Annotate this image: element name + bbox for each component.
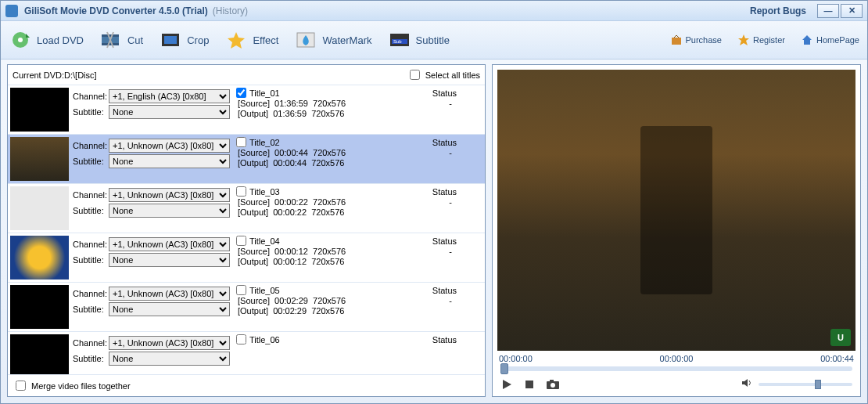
output-info: [Output] 00:02:29 720x576: [238, 306, 480, 316]
subtitle-select[interactable]: None: [109, 204, 230, 218]
channel-select[interactable]: +1, Unknown (AC3) [0x80]: [109, 188, 230, 202]
title-name: Title_03: [249, 187, 280, 197]
subtitle-label: Subtitle:: [73, 206, 109, 215]
title-checkbox[interactable]: [236, 236, 246, 246]
title-row[interactable]: Channel:+1, Unknown (AC3) [0x80]Subtitle…: [8, 184, 485, 233]
merge-checkbox[interactable]: [16, 381, 26, 391]
toolbar: Load DVD Cut Crop Effect WaterMark Sub S…: [1, 20, 867, 60]
svg-point-1: [18, 38, 23, 42]
title-list[interactable]: Channel:+1, English (AC3) [0x80]Subtitle…: [8, 85, 485, 375]
subtitle-select[interactable]: None: [109, 105, 230, 119]
title-checkbox[interactable]: [236, 334, 246, 344]
status-header: Status: [432, 286, 480, 295]
watermark-icon: [294, 30, 317, 50]
preview-video[interactable]: U: [497, 70, 855, 351]
list-header: Current DVD:D:\[Disc] Select all titles: [8, 65, 485, 85]
play-button[interactable]: [500, 378, 513, 391]
title-row[interactable]: Channel:+1, Unknown (AC3) [0x80]Subtitle…: [8, 283, 485, 332]
watermark-button[interactable]: WaterMark: [294, 30, 371, 50]
status-value: -: [449, 99, 480, 108]
svg-rect-14: [550, 380, 554, 382]
title-checkbox[interactable]: [236, 137, 246, 147]
svg-rect-11: [525, 381, 533, 388]
time-end: 00:00:44: [820, 354, 854, 363]
title-row[interactable]: Channel:+1, English (AC3) [0x80]Subtitle…: [8, 85, 485, 135]
title-settings: Channel:+1, Unknown (AC3) [0x80]Subtitle…: [71, 184, 231, 233]
title-info: Title_05Status[Source] 00:02:29 720x576-…: [231, 283, 485, 331]
rating-logo-icon: U: [830, 329, 851, 346]
title-settings: Channel:+1, Unknown (AC3) [0x80]Subtitle…: [71, 233, 231, 282]
status-value: -: [449, 296, 480, 305]
select-all-checkbox[interactable]: [410, 70, 420, 80]
volume-slider[interactable]: [759, 383, 852, 386]
select-all-titles[interactable]: Select all titles: [407, 67, 480, 82]
status-value: -: [449, 247, 480, 256]
svg-text:Sub: Sub: [393, 39, 402, 44]
effect-icon: [224, 30, 248, 50]
title-checkbox[interactable]: [236, 88, 246, 98]
subtitle-button[interactable]: Sub Subtitle: [388, 30, 450, 50]
channel-label: Channel:: [73, 338, 109, 348]
status-header: Status: [432, 138, 480, 147]
title-row[interactable]: Channel:+1, Unknown (AC3) [0x80]Subtitle…: [8, 332, 485, 375]
title-name: Title_01: [249, 88, 280, 98]
seek-slider[interactable]: [500, 366, 852, 371]
subtitle-icon: Sub: [388, 30, 411, 50]
channel-label: Channel:: [73, 240, 109, 249]
preview-panel: U 00:00:00 00:00:00 00:00:44: [492, 64, 861, 397]
source-info: [Source] 00:02:29 720x576: [238, 296, 346, 305]
title-info: Title_01Status[Source] 01:36:59 720x576-…: [231, 85, 485, 134]
close-button[interactable]: ✕: [841, 4, 863, 18]
purchase-button[interactable]: Purchase: [670, 34, 722, 46]
time-labels: 00:00:00 00:00:00 00:00:44: [499, 354, 854, 363]
status-header: Status: [432, 187, 480, 197]
homepage-button[interactable]: HomePage: [801, 34, 859, 46]
output-info: [Output] 00:00:44 720x576: [238, 158, 480, 168]
time-current: 00:00:00: [660, 354, 694, 363]
title-row[interactable]: Channel:+1, Unknown (AC3) [0x80]Subtitle…: [8, 233, 485, 283]
title-settings: Channel:+1, Unknown (AC3) [0x80]Subtitle…: [71, 332, 231, 375]
volume-control[interactable]: [741, 377, 852, 391]
source-info: [Source] 00:00:22 720x576: [238, 197, 346, 207]
channel-select[interactable]: +1, Unknown (AC3) [0x80]: [109, 336, 230, 350]
source-info: [Source] 00:00:44 720x576: [238, 148, 346, 157]
output-info: [Output] 01:36:59 720x576: [238, 109, 480, 118]
load-dvd-button[interactable]: Load DVD: [9, 30, 84, 50]
app-window: GiliSoft Movie DVD Converter 4.5.0 (Tria…: [0, 0, 868, 404]
subtitle-select[interactable]: None: [109, 253, 230, 267]
minimize-button[interactable]: —: [817, 4, 839, 18]
title-info: Title_04Status[Source] 00:00:12 720x576-…: [231, 233, 485, 282]
report-bugs-link[interactable]: Report Bugs: [750, 5, 806, 16]
channel-select[interactable]: +1, Unknown (AC3) [0x80]: [109, 139, 230, 153]
preview-controls: [497, 377, 855, 391]
subtitle-label: Subtitle:: [73, 107, 109, 117]
channel-select[interactable]: +1, Unknown (AC3) [0x80]: [109, 237, 230, 251]
register-button[interactable]: Register: [737, 34, 785, 46]
title-info: Title_02Status[Source] 00:00:44 720x576-…: [231, 135, 485, 183]
crop-button[interactable]: Crop: [159, 30, 209, 50]
channel-label: Channel:: [73, 92, 109, 101]
effect-button[interactable]: Effect: [224, 30, 278, 50]
channel-select[interactable]: +1, Unknown (AC3) [0x80]: [109, 287, 230, 301]
channel-label: Channel:: [73, 141, 109, 150]
snapshot-button[interactable]: [546, 379, 560, 390]
history-link[interactable]: (History): [213, 5, 248, 16]
title-checkbox[interactable]: [236, 285, 246, 295]
title-checkbox[interactable]: [236, 186, 246, 197]
title-settings: Channel:+1, Unknown (AC3) [0x80]Subtitle…: [71, 135, 231, 183]
channel-select[interactable]: +1, English (AC3) [0x80]: [109, 89, 230, 103]
subtitle-select[interactable]: None: [109, 302, 230, 316]
title-name: Title_06: [249, 335, 280, 344]
subtitle-select[interactable]: None: [109, 352, 230, 366]
subtitle-select[interactable]: None: [109, 154, 230, 168]
cut-icon: [99, 30, 123, 50]
subtitle-label: Subtitle:: [73, 255, 109, 265]
stop-button[interactable]: [524, 379, 535, 390]
time-start: 00:00:00: [499, 354, 533, 363]
status-header: Status: [432, 335, 480, 344]
subtitle-label: Subtitle:: [73, 354, 109, 363]
merge-files[interactable]: Merge video files together: [13, 378, 480, 393]
cut-button[interactable]: Cut: [99, 30, 143, 50]
register-icon: [737, 34, 750, 46]
title-row[interactable]: Channel:+1, Unknown (AC3) [0x80]Subtitle…: [8, 135, 485, 184]
